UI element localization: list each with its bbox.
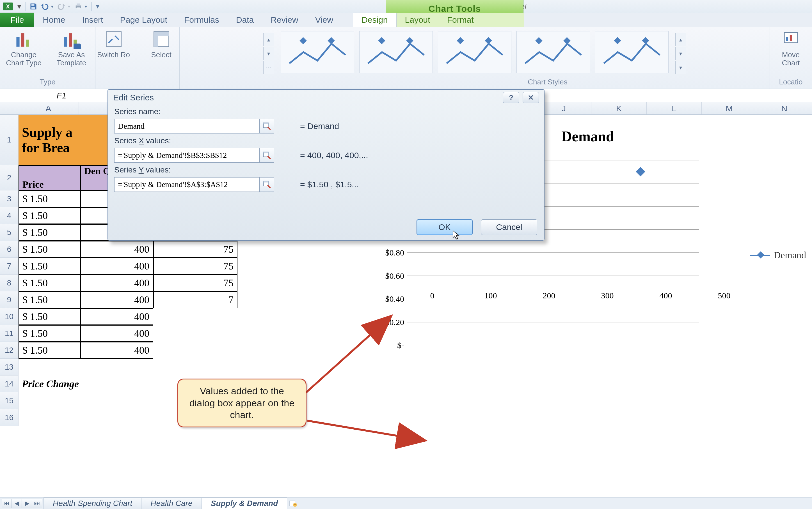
tab-nav-last-icon[interactable]: ⏭ [32, 499, 42, 508]
supply-cell[interactable]: 75 [153, 258, 238, 275]
series-y-input[interactable] [114, 177, 260, 192]
save-as-template-button[interactable]: Save As Template [52, 29, 91, 67]
gallery-more-icon[interactable]: ▾ [675, 61, 686, 74]
tab-page-layout[interactable]: Page Layout [112, 13, 176, 27]
row-header[interactable]: 2 [0, 165, 19, 191]
series-x-input[interactable] [114, 148, 260, 163]
row-header[interactable]: 8 [0, 275, 19, 292]
print-icon[interactable] [73, 2, 83, 11]
qat-menu-icon[interactable]: ▾ [16, 2, 23, 11]
gallery-down-icon[interactable]: ▾ [263, 47, 274, 60]
move-chart-button[interactable]: Move Chart [774, 29, 808, 67]
undo-dropdown-icon[interactable]: ▾ [51, 4, 55, 9]
row-header[interactable]: 5 [0, 224, 19, 241]
row-header[interactable]: 14 [0, 375, 19, 392]
price-cell[interactable]: $ 1.50 [19, 275, 80, 292]
gallery-up-icon[interactable]: ▴ [263, 33, 274, 46]
price-cell[interactable]: $ 1.50 [19, 207, 80, 224]
demand-cell[interactable]: 400 [80, 292, 153, 308]
name-box-input[interactable] [0, 89, 123, 102]
price-cell[interactable]: $ 1.50 [19, 224, 80, 241]
name-box[interactable] [0, 89, 90, 102]
tab-view[interactable]: View [307, 13, 342, 27]
price-cell[interactable]: $ 1.50 [19, 191, 80, 207]
row-header[interactable]: 12 [0, 342, 19, 359]
price-cell[interactable]: $ 1.50 [19, 342, 80, 359]
tab-nav-first-icon[interactable]: ⏮ [2, 499, 12, 508]
tab-nav-prev-icon[interactable]: ◀ [12, 499, 22, 508]
dialog-titlebar[interactable]: Edit Series ? ✕ [108, 90, 544, 105]
demand-cell[interactable]: 400 [80, 325, 153, 342]
row-header[interactable]: 15 [0, 392, 19, 409]
sheet-tab[interactable]: Supply & Demand [201, 498, 287, 509]
print-dropdown-icon[interactable]: ▾ [85, 4, 89, 9]
redo-dropdown-icon[interactable]: ▾ [68, 4, 72, 9]
gallery-down-icon[interactable]: ▾ [675, 47, 686, 60]
cancel-button[interactable]: Cancel [481, 219, 537, 235]
demand-cell[interactable]: 400 [80, 342, 153, 359]
tab-nav-next-icon[interactable]: ▶ [22, 499, 32, 508]
chart-style-option[interactable] [517, 31, 590, 73]
tab-design[interactable]: Design [353, 12, 396, 27]
col-header[interactable]: A [18, 102, 79, 114]
supply-cell[interactable]: 75 [153, 241, 238, 258]
price-cell[interactable]: $ 1.50 [19, 308, 80, 325]
price-cell[interactable]: $ 1.50 [19, 292, 80, 308]
price-cell[interactable]: $ 1.50 [19, 325, 80, 342]
price-change-label[interactable]: Price Change [19, 375, 153, 392]
chart-title[interactable]: Demand [561, 128, 614, 145]
gallery-up-icon[interactable]: ▴ [675, 33, 686, 46]
tab-review[interactable]: Review [262, 13, 307, 27]
select-all-triangle[interactable] [0, 102, 18, 114]
switch-row-column-button[interactable]: Switch Ro [94, 29, 133, 59]
help-button[interactable]: ? [503, 92, 519, 103]
row-header[interactable]: 13 [0, 359, 19, 375]
demand-cell[interactable]: 400 [80, 275, 153, 292]
demand-cell[interactable]: 400 [80, 241, 153, 258]
header-price[interactable]: Price [19, 165, 80, 191]
new-sheet-icon[interactable] [287, 500, 299, 507]
tab-insert[interactable]: Insert [73, 13, 112, 27]
save-icon[interactable] [29, 2, 38, 11]
redo-icon[interactable] [57, 2, 66, 11]
range-picker-icon[interactable] [260, 148, 274, 163]
tab-layout[interactable]: Layout [397, 13, 439, 27]
tab-data[interactable]: Data [228, 13, 262, 27]
tab-home[interactable]: Home [34, 13, 73, 27]
file-tab[interactable]: File [0, 12, 34, 27]
series-name-input[interactable] [114, 119, 260, 134]
ok-button[interactable]: OK [416, 219, 473, 235]
demand-cell[interactable]: 400 [80, 258, 153, 275]
range-picker-icon[interactable] [260, 177, 274, 192]
chart-style-option[interactable] [359, 31, 433, 73]
supply-cell[interactable]: 75 [153, 275, 238, 292]
price-cell[interactable]: $ 1.50 [19, 241, 80, 258]
row-header[interactable]: 10 [0, 308, 19, 325]
chart-legend[interactable]: Demand [750, 250, 806, 261]
undo-icon[interactable] [40, 2, 50, 11]
price-cell[interactable]: $ 1.50 [19, 258, 80, 275]
row-header[interactable]: 1 [0, 115, 19, 165]
gallery-more-icon[interactable]: ⋯ [263, 61, 274, 74]
range-picker-icon[interactable] [260, 119, 274, 134]
customize-qat-icon[interactable]: ▼ [95, 3, 98, 10]
row-header[interactable]: 9 [0, 292, 19, 308]
tab-formulas[interactable]: Formulas [176, 13, 228, 27]
close-button[interactable]: ✕ [523, 92, 539, 103]
row-header[interactable]: 11 [0, 325, 19, 342]
chart-style-option[interactable] [595, 31, 668, 73]
chart-styles-gallery[interactable]: ▴ ▾ ⋯ ▴ ▾ ▾ [258, 27, 691, 75]
row-header[interactable]: 4 [0, 207, 19, 224]
row-header[interactable]: 3 [0, 191, 19, 207]
row-header[interactable]: 7 [0, 258, 19, 275]
change-chart-type-button[interactable]: Change Chart Type [4, 29, 43, 67]
sheet-tab[interactable]: Health Spending Chart [43, 498, 142, 509]
row-header[interactable]: 16 [0, 409, 19, 426]
demand-cell[interactable]: 400 [80, 308, 153, 325]
select-data-button[interactable]: Select [142, 29, 181, 59]
chart-style-option[interactable] [438, 31, 511, 73]
row-header[interactable]: 6 [0, 241, 19, 258]
tab-format[interactable]: Format [439, 13, 482, 27]
chart-style-option[interactable] [281, 31, 354, 73]
supply-cell[interactable]: 7 [153, 292, 238, 308]
